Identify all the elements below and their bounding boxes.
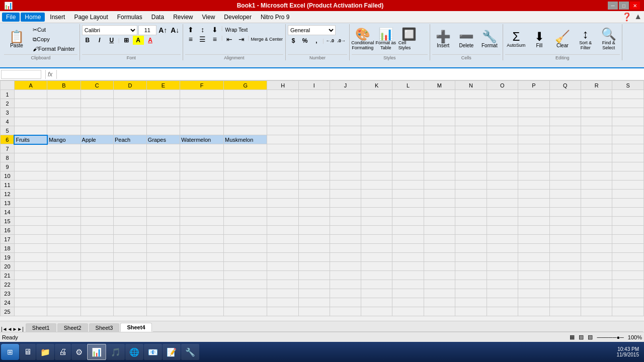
cell-L17[interactable] [392,235,424,244]
font-name-select[interactable]: Calibri [82,25,137,35]
cell-K18[interactable] [361,244,392,253]
row-header-6[interactable]: 6 [1,135,15,144]
cell-I1[interactable] [298,90,330,99]
menu-insert[interactable]: Insert [46,13,69,22]
cell-S20[interactable] [612,262,644,271]
col-header-G[interactable]: G [224,81,267,90]
row-header-17[interactable]: 17 [1,235,15,244]
align-middle-button[interactable]: ↕ [197,25,208,34]
cell-E10[interactable] [146,171,180,180]
cell-L12[interactable] [392,190,424,199]
cell-F1[interactable] [180,90,224,99]
taskbar-app-4[interactable]: ⚙ [71,344,87,360]
cell-B6[interactable]: Mango [47,135,80,144]
taskbar-app-2[interactable]: 📁 [36,344,54,360]
cell-J25[interactable] [330,307,361,316]
cell-Q12[interactable] [549,190,581,199]
cell-F7[interactable] [180,144,224,153]
cell-C10[interactable] [80,171,113,180]
cell-P8[interactable] [518,153,549,162]
insert-button[interactable]: ➕ Insert [432,25,454,53]
cell-N14[interactable] [455,208,487,217]
cell-H23[interactable] [267,289,298,298]
cell-L19[interactable] [392,253,424,262]
cell-E19[interactable] [146,253,180,262]
cell-O24[interactable] [487,298,518,307]
cell-I24[interactable] [298,298,330,307]
taskbar-app-7[interactable]: 📧 [144,344,162,360]
cell-C5[interactable] [80,126,113,135]
cell-P15[interactable] [518,217,549,226]
row-header-20[interactable]: 20 [1,262,15,271]
cell-R16[interactable] [581,226,612,235]
cell-B16[interactable] [47,226,80,235]
cell-D5[interactable] [114,126,147,135]
cell-N21[interactable] [455,271,487,280]
cell-L4[interactable] [392,117,424,126]
cell-N12[interactable] [455,190,487,199]
cell-R4[interactable] [581,117,612,126]
fill-button[interactable]: ⬇ Fill [528,25,550,53]
cell-L18[interactable] [392,244,424,253]
cell-Q6[interactable] [549,135,581,144]
cell-D6[interactable]: Peach [114,135,147,144]
cell-C15[interactable] [80,217,113,226]
cell-B24[interactable] [47,298,80,307]
cell-E12[interactable] [146,190,180,199]
cell-P25[interactable] [518,307,549,316]
cell-Q4[interactable] [549,117,581,126]
cell-R24[interactable] [581,298,612,307]
cell-R23[interactable] [581,289,612,298]
cell-R17[interactable] [581,235,612,244]
menu-view[interactable]: View [198,13,219,22]
number-format-select[interactable]: General [288,25,336,35]
cell-R18[interactable] [581,244,612,253]
cell-R7[interactable] [581,144,612,153]
cell-C25[interactable] [80,307,113,316]
col-header-Q[interactable]: Q [549,81,581,90]
cell-I3[interactable] [298,108,330,117]
cell-E23[interactable] [146,289,180,298]
cell-E24[interactable] [146,298,180,307]
cell-Q24[interactable] [549,298,581,307]
cell-B2[interactable] [47,99,80,108]
cell-F9[interactable] [180,162,224,171]
cell-P11[interactable] [518,180,549,190]
cell-A5[interactable] [14,126,47,135]
cell-G10[interactable] [224,171,267,180]
taskbar-app-6[interactable]: 🌐 [125,344,143,360]
col-header-N[interactable]: N [455,81,487,90]
col-header-F[interactable]: F [180,81,224,90]
cell-A23[interactable] [14,289,47,298]
cell-F17[interactable] [180,235,224,244]
cell-O5[interactable] [487,126,518,135]
cell-D4[interactable] [114,117,147,126]
format-button[interactable]: 🔧 Format [478,25,501,53]
cell-B9[interactable] [47,162,80,171]
cell-D9[interactable] [114,162,147,171]
cell-Q14[interactable] [549,208,581,217]
cell-C24[interactable] [80,298,113,307]
help-icon[interactable]: ❓ [622,12,632,22]
cell-J20[interactable] [330,262,361,271]
cell-M16[interactable] [424,226,455,235]
cell-B18[interactable] [47,244,80,253]
col-header-A[interactable]: A [14,81,47,90]
cell-R6[interactable] [581,135,612,144]
cell-H22[interactable] [267,280,298,289]
cell-P10[interactable] [518,171,549,180]
cell-O9[interactable] [487,162,518,171]
cell-A13[interactable] [14,199,47,208]
cell-J10[interactable] [330,171,361,180]
cut-button[interactable]: ✂ Cut [30,25,77,34]
cell-M22[interactable] [424,280,455,289]
cell-A7[interactable] [14,144,47,153]
cell-N13[interactable] [455,199,487,208]
cell-K9[interactable] [361,162,392,171]
cell-G20[interactable] [224,262,267,271]
cell-C17[interactable] [80,235,113,244]
format-as-table-button[interactable]: 📊 Format as Table [375,25,397,53]
align-top-button[interactable]: ⬆ [185,25,196,34]
cell-G19[interactable] [224,253,267,262]
cell-B7[interactable] [47,144,80,153]
